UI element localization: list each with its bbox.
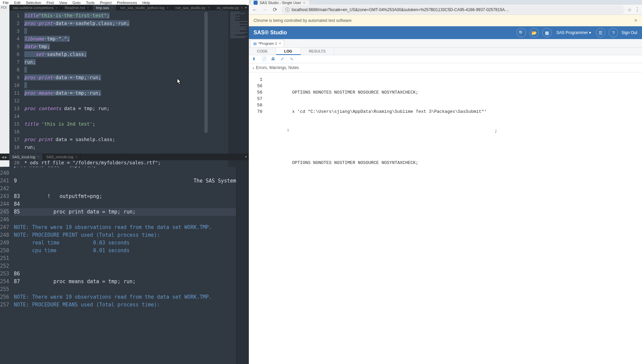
save-as-icon[interactable]: 📄 bbox=[262, 57, 267, 62]
more-options-icon[interactable]: ☰ bbox=[596, 28, 605, 37]
code-body-bottom[interactable]: proc means data = tmp; run; 9 The SAS Sy… bbox=[12, 160, 236, 364]
menu-bar: File Edit Selection Find View Goto Tools… bbox=[0, 0, 249, 5]
close-icon[interactable]: × bbox=[37, 155, 39, 159]
folders-sidebar-label[interactable]: FOl bbox=[0, 5, 9, 10]
menu-project[interactable]: Project bbox=[97, 1, 114, 5]
menu-tools[interactable]: Tools bbox=[83, 1, 97, 5]
tab-next-icon[interactable]: ▶ bbox=[5, 155, 7, 159]
menu-goto[interactable]: Goto bbox=[70, 1, 83, 5]
address-bar[interactable]: ⓘ localhost:6688/main?locale=en_US&zone=… bbox=[281, 5, 625, 14]
program-tab[interactable]: ▤ *Program 1 × bbox=[250, 40, 284, 47]
line-number-gutter-bottom: 2392402412422432442452462472482492502512… bbox=[0, 160, 12, 364]
collapse-icon[interactable]: ⤡ bbox=[290, 57, 295, 62]
bookmark-star-icon[interactable]: ☆ bbox=[628, 7, 632, 12]
tab-tmp-sas[interactable]: tmp.sas× bbox=[93, 5, 117, 11]
close-icon[interactable]: × bbox=[56, 6, 58, 10]
tab-results[interactable]: RESULTS bbox=[301, 48, 334, 55]
sas-body: ▤ *Program 1 × CODE LOG RESULTS ⬇ 📄 🖶 ⤢ … bbox=[249, 39, 642, 364]
forward-icon: → bbox=[261, 7, 268, 13]
code-body[interactable]: title"this·is·the·first·test"; proc·prin… bbox=[22, 10, 229, 167]
menu-help[interactable]: Help bbox=[140, 1, 153, 5]
tab-prev-icon[interactable]: ◀ bbox=[1, 155, 4, 159]
errors-warnings-notes-panel[interactable]: Errors, Warnings, Notes bbox=[249, 63, 642, 72]
sublime-editor-top: File Edit Selection Find View Goto Tools… bbox=[0, 0, 249, 141]
sas-toolbar: ⬇ 📄 🖶 ⤢ ⤡ bbox=[249, 55, 642, 63]
log-line-gutter: 1 56 56 57 58 70 bbox=[252, 76, 268, 360]
download-icon[interactable]: ⬇ bbox=[252, 57, 258, 62]
tab-readme[interactable]: Readme.md× bbox=[61, 5, 93, 11]
close-icon[interactable]: × bbox=[111, 6, 113, 10]
tab-sas-completions[interactable]: sas-sublime-completions× bbox=[9, 5, 61, 11]
tab-log[interactable]: LOG bbox=[276, 48, 301, 55]
automation-banner: Chrome is being controlled by automated … bbox=[249, 15, 642, 26]
chevron-down-icon[interactable]: ▼ bbox=[244, 6, 247, 9]
close-icon[interactable]: × bbox=[303, 1, 305, 5]
menu-file[interactable]: File bbox=[0, 1, 11, 5]
menu-selection[interactable]: Selection bbox=[23, 1, 44, 5]
reload-icon[interactable]: ⟳ bbox=[271, 6, 279, 13]
sas-logo: SAS® Studio bbox=[254, 30, 287, 36]
sidebar-gutter bbox=[0, 10, 9, 167]
sas-file-tabs: ▤ *Program 1 × bbox=[249, 39, 642, 48]
open-new-window-icon[interactable]: ⤢ bbox=[281, 57, 286, 62]
minimap-bottom[interactable] bbox=[236, 160, 249, 364]
help-icon[interactable]: ? bbox=[609, 28, 618, 37]
tab-sas-remote-log[interactable]: SAS_remote.log× bbox=[43, 154, 81, 160]
scrollbar-thumb[interactable] bbox=[204, 12, 208, 133]
chevron-down-icon[interactable]: ▼ bbox=[244, 155, 247, 159]
print-icon[interactable]: 🖶 bbox=[271, 57, 276, 62]
menu-edit[interactable]: Edit bbox=[11, 1, 23, 5]
user-dropdown[interactable]: SAS Programmer ▾ bbox=[555, 30, 592, 35]
sas-view-tabs: CODE LOG RESULTS bbox=[249, 48, 642, 55]
log-text: OPTIONS NONOTES NOSTIMER NOSOURCE NOSYNT… bbox=[268, 76, 639, 360]
close-icon[interactable]: × bbox=[208, 6, 210, 10]
tab-run-log[interactable]: run_sas_studio_python.log× bbox=[117, 5, 172, 11]
chrome-menu-icon[interactable]: ⋮ bbox=[635, 6, 640, 13]
tab-code[interactable]: CODE bbox=[249, 48, 276, 55]
code-editor-area-bottom[interactable]: 2392402412422432442452462472482492502512… bbox=[0, 160, 249, 364]
search-icon[interactable]: 🔍 bbox=[517, 28, 526, 37]
close-icon[interactable]: × bbox=[634, 18, 637, 24]
signout-link[interactable]: Sign Out bbox=[621, 30, 637, 35]
chrome-tab-sas[interactable]: SAS Studio - Single User × bbox=[251, 0, 309, 5]
close-icon[interactable]: × bbox=[279, 41, 281, 46]
close-icon[interactable]: × bbox=[75, 155, 77, 159]
sublime-editor-bottom: C:\Users\sjiang\AppData\Roaming\Sublime … bbox=[0, 141, 249, 364]
close-icon[interactable]: × bbox=[87, 6, 89, 10]
editor-tabs: sas-sublime-completions× Readme.md× tmp.… bbox=[9, 5, 249, 10]
folder-open-icon[interactable]: 📂 bbox=[529, 28, 539, 37]
line-number-gutter: 1234567891011121314151617181920 bbox=[9, 10, 22, 167]
menu-view[interactable]: View bbox=[56, 1, 70, 5]
sas-app-header: SAS® Studio 🔍 📂 ▦ SAS Programmer ▾ ☰ ? S… bbox=[249, 26, 642, 39]
close-icon[interactable]: × bbox=[241, 6, 243, 10]
menu-find[interactable]: Find bbox=[44, 1, 56, 5]
chrome-window: SAS Studio - Single User × ← → ⟳ ⓘ local… bbox=[249, 0, 642, 364]
tab-sas-local-log[interactable]: SAS_local.log× bbox=[9, 154, 43, 160]
close-icon[interactable]: × bbox=[167, 6, 169, 10]
menu-preferences[interactable]: Preferences bbox=[114, 1, 140, 5]
minimap[interactable] bbox=[229, 10, 249, 167]
favicon-icon bbox=[254, 1, 258, 5]
apps-grid-icon[interactable]: ▦ bbox=[542, 28, 552, 37]
info-icon[interactable]: ⓘ bbox=[285, 7, 290, 13]
chrome-toolbar: ← → ⟳ ⓘ localhost:6688/main?locale=en_US… bbox=[249, 5, 642, 15]
sas-log-output[interactable]: 1 56 56 57 58 70 OPTIONS NONOTES NOSTIME… bbox=[249, 72, 642, 364]
tab-xs-remote[interactable]: xs_remote.py× bbox=[213, 5, 246, 11]
editor-tabs-bottom: ◀▶ SAS_local.log× SAS_remote.log× ▼ bbox=[0, 154, 249, 160]
code-editor-area[interactable]: 1234567891011121314151617181920 title"th… bbox=[0, 10, 249, 167]
tab-run-py[interactable]: run_sas_studio.py× bbox=[172, 5, 213, 11]
program-icon: ▤ bbox=[253, 41, 257, 46]
back-icon[interactable]: ← bbox=[251, 7, 258, 13]
chrome-tab-strip: SAS Studio - Single User × bbox=[249, 0, 642, 5]
